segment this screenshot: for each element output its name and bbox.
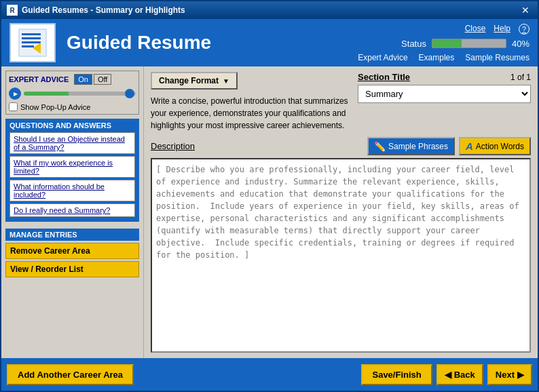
pencil-icon: ✏️ [374, 141, 386, 152]
header: Guided Resume Close Help ? Status 40% Ex… [1, 19, 538, 66]
popup-label: Show Pop-Up Advice [20, 103, 90, 111]
action-words-button[interactable]: A Action Words [459, 137, 531, 155]
description-label: Description [151, 141, 195, 151]
logo-box [10, 23, 56, 62]
svg-rect-3 [22, 41, 41, 43]
description-textarea[interactable] [151, 158, 531, 353]
save-finish-button[interactable]: Save/Finish [361, 364, 432, 385]
nav-expert-advice[interactable]: Expert Advice [358, 53, 407, 62]
action-a-icon: A [466, 140, 473, 152]
next-arrow-icon: ▶ [517, 370, 524, 380]
phrase-buttons: ✏️ Sample Phrases A Action Words [367, 137, 531, 155]
section-title-label: Section Title [358, 72, 410, 82]
content-area: EXPERT ADVICE On Off Show Pop-Up Advice [1, 66, 538, 358]
qa-box: QUESTIONS AND ANSWERS Should I use an Ob… [5, 119, 139, 222]
section-title-row: Section Title 1 of 1 [358, 72, 531, 82]
section-title-col: Section Title 1 of 1 Summary [358, 72, 531, 103]
qa-item-2[interactable]: What information should be included? [10, 180, 135, 201]
top-nav: Expert Advice Examples Sample Resumes [358, 53, 529, 62]
title-bar: R Guided Resumes - Summary or Highlights… [1, 1, 538, 19]
logo-icon [18, 28, 48, 58]
svg-rect-1 [22, 33, 41, 35]
status-percent: 40% [512, 39, 529, 49]
left-col: Change Format ▼ Write a concise, powerfu… [151, 72, 351, 132]
format-row: Change Format ▼ [151, 72, 351, 90]
popup-check-row: Show Pop-Up Advice [9, 102, 136, 111]
slider-handle[interactable] [125, 89, 134, 98]
qa-title: QUESTIONS AND ANSWERS [10, 121, 135, 130]
help-link[interactable]: Help [494, 24, 510, 35]
bottom-right-buttons: Save/Finish ◀ Back Next ▶ [361, 364, 532, 385]
qa-item-0[interactable]: Should I use an Objective instead of a S… [10, 132, 135, 154]
status-bar [432, 39, 506, 48]
window: R Guided Resumes - Summary or Highlights… [0, 0, 539, 392]
intro-text: Write a concise, powerful introduction t… [151, 95, 351, 132]
svg-rect-2 [22, 37, 41, 39]
add-career-area-button[interactable]: Add Another Career Area [7, 364, 134, 385]
play-button[interactable] [9, 87, 21, 100]
close-link[interactable]: Close [465, 24, 486, 35]
next-button[interactable]: Next ▶ [487, 364, 532, 385]
toggle-off-button[interactable]: Off [94, 74, 111, 85]
audio-slider[interactable] [24, 92, 136, 96]
toggle-on-button[interactable]: On [74, 74, 92, 85]
header-links: Close Help ? [465, 24, 529, 35]
svg-rect-4 [22, 45, 34, 47]
sample-phrases-label: Sample Phrases [388, 142, 448, 151]
action-words-label: Action Words [476, 142, 524, 151]
popup-checkbox[interactable] [9, 102, 18, 111]
desc-header: Description ✏️ Sample Phrases A Action W… [151, 137, 531, 155]
next-label: Next [496, 370, 515, 380]
description-area: Description ✏️ Sample Phrases A Action W… [151, 137, 531, 353]
change-format-button[interactable]: Change Format ▼ [151, 72, 238, 90]
section-title-dropdown[interactable]: Summary [358, 85, 531, 103]
back-button[interactable]: ◀ Back [436, 364, 483, 385]
nav-examples[interactable]: Examples [419, 53, 455, 62]
qa-item-1[interactable]: What if my work experience is limited? [10, 156, 135, 178]
sidebar: EXPERT ADVICE On Off Show Pop-Up Advice [1, 66, 144, 358]
expert-advice-header: EXPERT ADVICE On Off [9, 74, 136, 85]
nav-sample-resumes[interactable]: Sample Resumes [465, 53, 529, 62]
window-close-button[interactable]: ✕ [519, 5, 532, 16]
status-label: Status [401, 39, 426, 49]
header-right: Close Help ? Status 40% Expert Advice Ex… [358, 24, 529, 62]
section-count: 1 of 1 [510, 73, 531, 82]
back-label: Back [454, 370, 475, 380]
status-fill [432, 39, 462, 47]
main-panel: Change Format ▼ Write a concise, powerfu… [144, 66, 538, 358]
back-arrow-icon: ◀ [445, 370, 451, 380]
toggle-group: On Off [74, 74, 111, 85]
change-format-arrow: ▼ [223, 77, 229, 85]
remove-career-area-button[interactable]: Remove Career Area [5, 243, 139, 259]
view-reorder-list-button[interactable]: View / Reorder List [5, 261, 139, 277]
sample-phrases-button[interactable]: ✏️ Sample Phrases [367, 137, 455, 155]
title-bar-left: R Guided Resumes - Summary or Highlights [7, 5, 185, 16]
change-format-label: Change Format [159, 76, 219, 85]
bottom-bar: Add Another Career Area Save/Finish ◀ Ba… [1, 358, 538, 391]
app-icon: R [7, 5, 18, 16]
status-row: Status 40% [401, 39, 529, 49]
expert-advice-label: EXPERT ADVICE [9, 75, 69, 83]
top-section: Change Format ▼ Write a concise, powerfu… [151, 72, 531, 132]
qa-item-3[interactable]: Do I really need a Summary? [10, 203, 135, 217]
header-title: Guided Resume [67, 32, 347, 54]
manage-entries-box: MANAGE ENTRIES Remove Career Area View /… [5, 229, 139, 277]
manage-entries-title: MANAGE ENTRIES [5, 229, 139, 241]
window-title: Guided Resumes - Summary or Highlights [22, 5, 185, 15]
expert-advice-box: EXPERT ADVICE On Off Show Pop-Up Advice [5, 71, 139, 115]
help-icon[interactable]: ? [519, 24, 529, 35]
play-bar [9, 87, 136, 100]
